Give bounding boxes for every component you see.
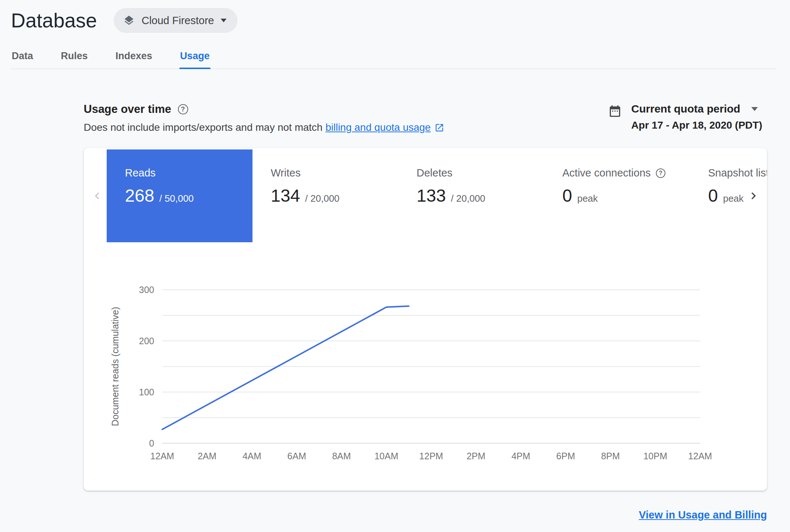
- svg-text:10PM: 10PM: [643, 451, 667, 461]
- usage-heading-block: Usage over time Does not include imports…: [84, 103, 444, 133]
- tab-bar: Data Rules Indexes Usage: [11, 47, 776, 69]
- metric-limit: / 20,000: [451, 193, 485, 204]
- usage-section-head: Usage over time Does not include imports…: [84, 103, 762, 133]
- cloud-firestore-icon: [123, 15, 135, 26]
- usage-description: Does not include imports/exports and may…: [84, 122, 444, 133]
- metric-limit: peak: [577, 193, 598, 204]
- metric-value: 0: [708, 186, 718, 206]
- billing-quota-link[interactable]: billing and quota usage: [326, 122, 431, 133]
- svg-text:12AM: 12AM: [688, 451, 712, 461]
- metric-name: Active connections: [562, 167, 651, 179]
- svg-text:12AM: 12AM: [150, 451, 174, 461]
- tab-usage[interactable]: Usage: [179, 47, 210, 69]
- page-header: Database Cloud Firestore: [0, 0, 790, 33]
- metric-value: 134: [271, 186, 300, 206]
- external-link-icon[interactable]: [434, 123, 444, 133]
- quota-period-range: Apr 17 - Apr 18, 2020 (PDT): [631, 119, 762, 131]
- tab-indexes[interactable]: Indexes: [115, 47, 153, 69]
- svg-text:8AM: 8AM: [332, 451, 351, 461]
- metric-tile-active-connections[interactable]: Active connections 0 peak: [544, 149, 690, 242]
- product-selector-label: Cloud Firestore: [141, 15, 214, 27]
- svg-text:8PM: 8PM: [601, 451, 620, 461]
- svg-text:10AM: 10AM: [375, 451, 398, 461]
- metric-value: 0: [562, 186, 572, 206]
- usage-card: Reads 268 / 50,000 Writes 134 / 20,000 D…: [84, 148, 767, 491]
- metric-value: 133: [417, 186, 446, 206]
- metric-name: Snapshot listeners: [708, 167, 767, 179]
- metric-tile-deletes[interactable]: Deletes 133 / 20,000: [398, 149, 544, 242]
- svg-text:300: 300: [139, 285, 154, 295]
- svg-text:12PM: 12PM: [419, 451, 443, 461]
- metric-value: 268: [125, 186, 154, 206]
- metric-limit: / 50,000: [159, 193, 194, 204]
- help-icon[interactable]: [178, 104, 188, 114]
- chevron-down-icon: [221, 19, 227, 22]
- tab-rules[interactable]: Rules: [60, 47, 89, 69]
- help-icon[interactable]: [656, 168, 665, 178]
- chevron-down-icon: [751, 107, 758, 111]
- footer: View in Usage and Billing: [0, 509, 767, 521]
- svg-text:6PM: 6PM: [556, 451, 575, 461]
- quota-period-label: Current quota period: [631, 103, 740, 115]
- svg-text:6AM: 6AM: [287, 451, 306, 461]
- metric-name: Deletes: [417, 167, 537, 179]
- usage-chart: 010020030012AM2AM4AM6AM8AM10AM12PM2PM4PM…: [84, 275, 767, 465]
- svg-text:100: 100: [139, 387, 154, 397]
- quota-period-block: Current quota period Apr 17 - Apr 18, 20…: [608, 103, 762, 131]
- view-usage-billing-link[interactable]: View in Usage and Billing: [639, 509, 767, 521]
- product-selector[interactable]: Cloud Firestore: [114, 8, 237, 33]
- svg-text:2PM: 2PM: [467, 451, 485, 461]
- metric-limit: peak: [723, 193, 744, 204]
- svg-text:2AM: 2AM: [198, 451, 216, 461]
- quota-period-selector[interactable]: Current quota period Apr 17 - Apr 18, 20…: [631, 103, 762, 131]
- svg-text:4PM: 4PM: [512, 451, 530, 461]
- usage-description-text: Does not include imports/exports and may…: [84, 122, 323, 133]
- svg-text:200: 200: [139, 336, 154, 346]
- metrics-row: Reads 268 / 50,000 Writes 134 / 20,000 D…: [84, 148, 767, 242]
- metric-tile-reads[interactable]: Reads 268 / 50,000: [107, 149, 252, 242]
- section-heading: Usage over time: [84, 103, 171, 116]
- carousel-right-button[interactable]: [744, 184, 764, 208]
- svg-text:4AM: 4AM: [243, 451, 261, 461]
- calendar-icon: [608, 104, 622, 118]
- svg-text:0: 0: [149, 438, 154, 448]
- page-title: Database: [11, 9, 97, 32]
- metric-name: Reads: [125, 167, 245, 179]
- metric-limit: / 20,000: [305, 193, 339, 204]
- metric-tile-writes[interactable]: Writes 134 / 20,000: [252, 149, 398, 242]
- tab-data[interactable]: Data: [11, 47, 34, 69]
- svg-text:Document reads (cumulative): Document reads (cumulative): [110, 307, 120, 426]
- metric-name: Writes: [271, 167, 391, 179]
- carousel-left-button[interactable]: [87, 184, 107, 208]
